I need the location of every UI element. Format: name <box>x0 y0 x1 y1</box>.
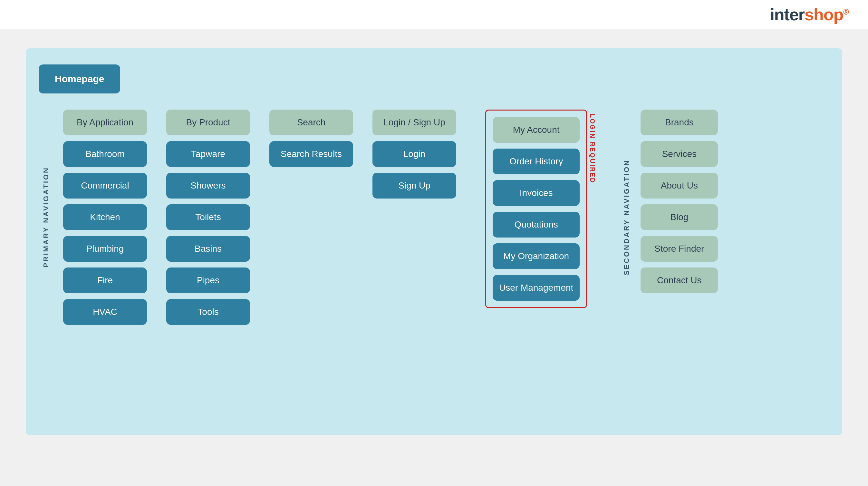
login-required-box: My Account Order History Invoices Quotat… <box>485 110 587 308</box>
primary-nav-label: PRIMARY NAVIGATION <box>39 160 54 274</box>
fire-button[interactable]: Fire <box>63 268 147 293</box>
by-product-section: By Product Tapware Showers Toilets Basin… <box>166 110 250 325</box>
my-organization-button[interactable]: My Organization <box>493 243 580 269</box>
by-application-section: By Application Bathroom Commercial Kitch… <box>63 110 147 325</box>
bathroom-button[interactable]: Bathroom <box>63 141 147 167</box>
my-account-header[interactable]: My Account <box>493 117 580 143</box>
toilets-button[interactable]: Toilets <box>166 204 250 230</box>
about-us-button[interactable]: About Us <box>641 173 718 199</box>
search-section: Search Search Results <box>269 110 353 167</box>
navigation-container: PRIMARY NAVIGATION By Application Bathro… <box>39 110 829 325</box>
brands-button[interactable]: Brands <box>641 110 718 135</box>
login-signup-section: Login / Sign Up Login Sign Up <box>372 110 456 199</box>
header: intershop® <box>0 0 868 29</box>
search-header[interactable]: Search <box>269 110 353 135</box>
login-signup-header[interactable]: Login / Sign Up <box>372 110 456 135</box>
showers-button[interactable]: Showers <box>166 173 250 199</box>
by-product-header[interactable]: By Product <box>166 110 250 135</box>
user-management-button[interactable]: User Management <box>493 275 580 301</box>
commercial-button[interactable]: Commercial <box>63 173 147 199</box>
main-content: Homepage PRIMARY NAVIGATION By Applicati… <box>26 48 842 435</box>
services-button[interactable]: Services <box>641 141 718 167</box>
quotations-button[interactable]: Quotations <box>493 212 580 238</box>
contact-us-button[interactable]: Contact Us <box>641 268 718 293</box>
logo-shop: shop <box>805 5 843 24</box>
plumbing-button[interactable]: Plumbing <box>63 236 147 262</box>
logo-inter: inter <box>770 5 805 24</box>
login-required-container: My Account Order History Invoices Quotat… <box>475 110 597 308</box>
invoices-button[interactable]: Invoices <box>493 180 580 206</box>
by-application-header[interactable]: By Application <box>63 110 147 135</box>
order-history-button[interactable]: Order History <box>493 149 580 174</box>
kitchen-button[interactable]: Kitchen <box>63 204 147 230</box>
basins-button[interactable]: Basins <box>166 236 250 262</box>
logo-registered: ® <box>843 7 849 16</box>
signup-button[interactable]: Sign Up <box>372 173 456 199</box>
login-required-label: LOGIN REQUIRED <box>587 111 598 187</box>
homepage-button[interactable]: Homepage <box>39 64 120 93</box>
login-button[interactable]: Login <box>372 141 456 167</box>
secondary-nav-label: SECONDARY NAVIGATION <box>619 153 634 282</box>
blog-button[interactable]: Blog <box>641 204 718 230</box>
account-section: My Account Order History Invoices Quotat… <box>493 117 580 301</box>
tools-button[interactable]: Tools <box>166 299 250 325</box>
tapware-button[interactable]: Tapware <box>166 141 250 167</box>
hvac-button[interactable]: HVAC <box>63 299 147 325</box>
pipes-button[interactable]: Pipes <box>166 268 250 293</box>
search-results-button[interactable]: Search Results <box>269 141 353 167</box>
store-finder-button[interactable]: Store Finder <box>641 236 718 262</box>
logo: intershop® <box>770 5 849 24</box>
secondary-nav-section: Brands Services About Us Blog Store Find… <box>641 110 718 293</box>
